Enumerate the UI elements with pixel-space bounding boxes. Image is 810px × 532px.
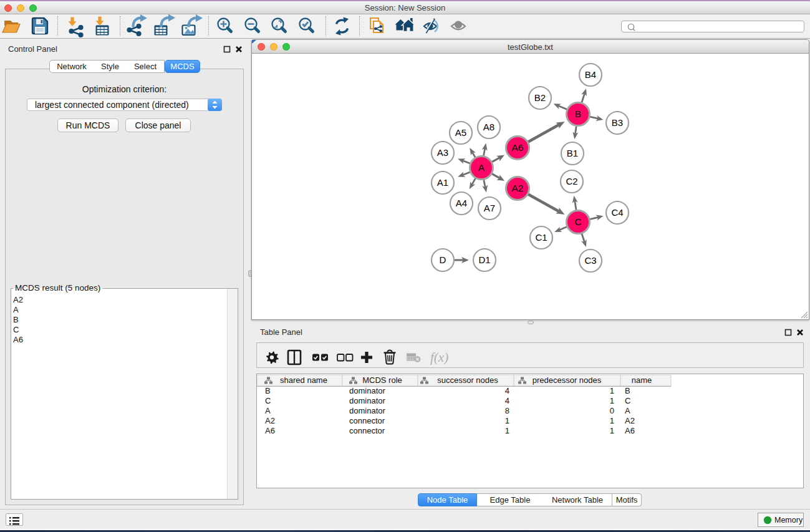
svg-text:dominator: dominator xyxy=(349,406,385,415)
svg-text:A4: A4 xyxy=(456,198,467,208)
svg-text:B3: B3 xyxy=(612,117,623,128)
svg-text:connector: connector xyxy=(349,416,385,425)
svg-text:1: 1 xyxy=(610,416,614,425)
svg-text:successor nodes: successor nodes xyxy=(437,375,498,385)
svg-text:A7: A7 xyxy=(484,203,495,213)
svg-text:B4: B4 xyxy=(585,69,596,80)
svg-text:1: 1 xyxy=(610,386,614,395)
svg-text:4: 4 xyxy=(505,396,509,405)
svg-text:A1: A1 xyxy=(437,177,448,188)
svg-text:C: C xyxy=(265,396,271,405)
svg-text:0: 0 xyxy=(610,406,614,415)
svg-text:dominator: dominator xyxy=(349,396,385,405)
svg-text:1: 1 xyxy=(610,426,614,435)
svg-text:dominator: dominator xyxy=(349,386,385,395)
svg-text:B1: B1 xyxy=(567,148,578,158)
svg-text:C4: C4 xyxy=(611,207,623,218)
svg-text:A: A xyxy=(478,162,485,173)
svg-text:B: B xyxy=(625,386,630,395)
svg-text:A6: A6 xyxy=(512,142,524,153)
svg-text:A6: A6 xyxy=(625,426,635,435)
svg-text:C: C xyxy=(574,216,581,227)
svg-text:MCDS role: MCDS role xyxy=(362,375,402,385)
svg-text:f(x): f(x) xyxy=(430,350,448,365)
svg-text:C3: C3 xyxy=(584,255,596,266)
svg-text:C2: C2 xyxy=(566,176,577,186)
svg-text:1: 1 xyxy=(505,426,509,435)
svg-text:C1: C1 xyxy=(535,232,547,243)
svg-text:A2: A2 xyxy=(625,416,635,425)
svg-text:1: 1 xyxy=(505,416,509,425)
svg-text:A: A xyxy=(265,406,271,415)
svg-text:A2: A2 xyxy=(512,183,524,193)
svg-text:1: 1 xyxy=(610,396,614,405)
svg-text:B2: B2 xyxy=(534,92,546,103)
svg-text:A6: A6 xyxy=(265,426,275,435)
svg-text:D: D xyxy=(440,254,446,265)
svg-text:connector: connector xyxy=(349,426,385,435)
svg-text:B: B xyxy=(265,386,271,395)
svg-text:A5: A5 xyxy=(455,127,466,138)
svg-text:A2: A2 xyxy=(265,416,275,425)
svg-text:A: A xyxy=(625,406,630,415)
svg-text:4: 4 xyxy=(505,386,509,395)
svg-text:A3: A3 xyxy=(437,147,448,158)
svg-text:B: B xyxy=(575,109,581,119)
svg-text:A8: A8 xyxy=(483,122,494,132)
svg-text:shared name: shared name xyxy=(280,375,327,385)
svg-text:predecessor nodes: predecessor nodes xyxy=(533,375,602,385)
svg-text:name: name xyxy=(632,375,652,385)
svg-text:C: C xyxy=(625,396,630,405)
svg-text:8: 8 xyxy=(505,406,509,415)
svg-text:D1: D1 xyxy=(478,254,490,265)
